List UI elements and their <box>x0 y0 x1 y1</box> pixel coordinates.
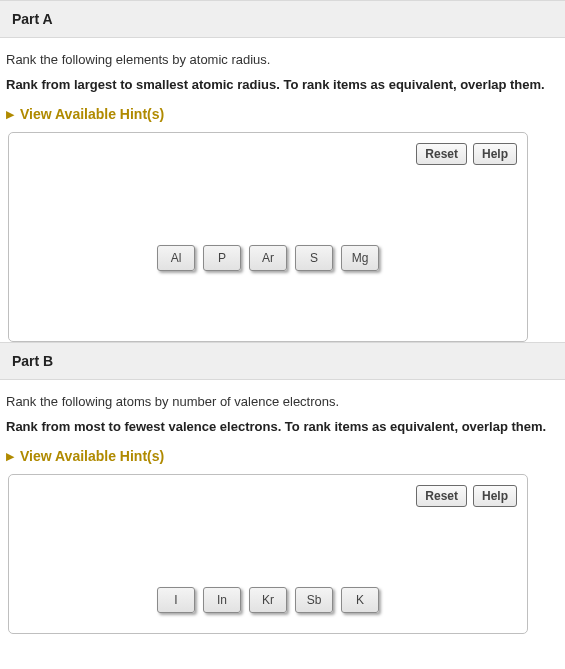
part-a-hints-toggle[interactable]: ▶ View Available Hint(s) <box>6 106 559 122</box>
part-b-title: Part B <box>12 353 53 369</box>
element-tile[interactable]: P <box>203 245 241 271</box>
part-b-toolbar: Reset Help <box>19 485 517 507</box>
part-a-header: Part A <box>0 0 565 38</box>
part-a-toolbar: Reset Help <box>19 143 517 165</box>
part-b-tile-row: I In Kr Sb K <box>19 587 517 613</box>
help-button[interactable]: Help <box>473 485 517 507</box>
part-a-instruction-bold: Rank from largest to smallest atomic rad… <box>6 77 559 92</box>
element-tile[interactable]: Al <box>157 245 195 271</box>
part-b-header: Part B <box>0 342 565 380</box>
part-a-workspace[interactable]: Reset Help Al P Ar S Mg <box>8 132 528 342</box>
element-tile[interactable]: Kr <box>249 587 287 613</box>
part-b-instruction-bold: Rank from most to fewest valence electro… <box>6 419 559 434</box>
element-tile[interactable]: Ar <box>249 245 287 271</box>
part-b-hints-toggle[interactable]: ▶ View Available Hint(s) <box>6 448 559 464</box>
part-b-instruction: Rank the following atoms by number of va… <box>6 394 559 409</box>
element-tile[interactable]: I <box>157 587 195 613</box>
chevron-right-icon: ▶ <box>6 450 14 463</box>
element-tile[interactable]: S <box>295 245 333 271</box>
reset-button[interactable]: Reset <box>416 143 467 165</box>
reset-button[interactable]: Reset <box>416 485 467 507</box>
part-a-hints-label: View Available Hint(s) <box>20 106 164 122</box>
part-a-title: Part A <box>12 11 53 27</box>
part-a-instruction: Rank the following elements by atomic ra… <box>6 52 559 67</box>
part-a-body: Rank the following elements by atomic ra… <box>0 38 565 342</box>
part-b-workspace[interactable]: Reset Help I In Kr Sb K <box>8 474 528 634</box>
element-tile[interactable]: Mg <box>341 245 379 271</box>
part-b-hints-label: View Available Hint(s) <box>20 448 164 464</box>
element-tile[interactable]: Sb <box>295 587 333 613</box>
part-b-body: Rank the following atoms by number of va… <box>0 380 565 634</box>
help-button[interactable]: Help <box>473 143 517 165</box>
element-tile[interactable]: In <box>203 587 241 613</box>
element-tile[interactable]: K <box>341 587 379 613</box>
part-a-tile-row: Al P Ar S Mg <box>19 245 517 271</box>
chevron-right-icon: ▶ <box>6 108 14 121</box>
